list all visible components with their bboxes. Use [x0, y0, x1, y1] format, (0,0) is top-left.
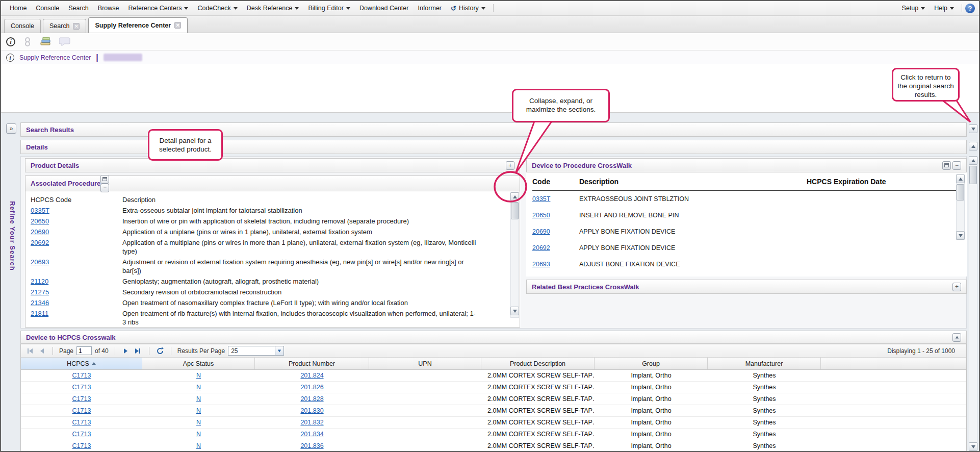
product-number-link[interactable]: 201.830 [300, 407, 323, 414]
hcpcs-link[interactable]: C1713 [72, 431, 91, 438]
hcpcs-link[interactable]: C1713 [72, 419, 91, 426]
apc-status-link[interactable]: N [196, 442, 201, 449]
section-related-best-practices[interactable]: Related Best Practices CrossWalk + [526, 280, 967, 294]
menu-history[interactable]: ↺History [446, 5, 490, 12]
procedure-code-link[interactable]: 20650 [532, 212, 550, 219]
return-to-search-results-button[interactable] [969, 124, 977, 133]
table-row[interactable]: C1713 N 201.828 2.0MM CORTEX SCREW SELF-… [21, 393, 966, 405]
refine-your-search-label[interactable]: Refine Your Search [4, 177, 16, 294]
page-number-input[interactable] [76, 346, 92, 355]
hcpcs-code-link[interactable]: 21811 [31, 310, 48, 317]
column-header-manufacturer[interactable]: Manufacturer [708, 358, 821, 369]
column-header-hcpcs[interactable]: HCPCS [21, 358, 142, 369]
menu-console[interactable]: Console [31, 5, 64, 12]
procedure-code-link[interactable]: 20692 [532, 244, 550, 252]
close-icon[interactable]: ✕ [73, 23, 80, 30]
table-row[interactable]: C1713 N 201.824 2.0MM CORTEX SCREW SELF-… [21, 370, 966, 382]
scroll-up-button[interactable] [510, 192, 519, 201]
section-associated-procedure[interactable]: Associated Procedure − [25, 176, 520, 191]
hcpcs-code-link[interactable]: 0335T [31, 207, 49, 214]
tab-supply-reference-center[interactable]: Supply Reference Center✕ [88, 17, 188, 33]
hcpcs-code-link[interactable]: 20693 [31, 258, 49, 266]
product-number-link[interactable]: 201.824 [300, 372, 323, 379]
menu-setup[interactable]: Setup [897, 5, 930, 12]
hcpcs-link[interactable]: C1713 [72, 372, 91, 379]
procedure-code-link[interactable]: 0335T [532, 195, 550, 203]
refresh-icon[interactable] [156, 346, 165, 356]
apc-status-link[interactable]: N [196, 419, 201, 426]
menu-download-center[interactable]: Download Center [355, 5, 414, 12]
product-number-link[interactable]: 201.828 [300, 395, 323, 403]
hcpcs-code-link[interactable]: 20650 [31, 217, 49, 225]
page-scrollbar-thumb[interactable] [969, 166, 977, 184]
chevron-down-icon[interactable] [275, 346, 283, 355]
hcpcs-code-link[interactable]: 20690 [31, 228, 49, 236]
hcpcs-link[interactable]: C1713 [72, 407, 91, 414]
collapse-device-to-hcpcs-button[interactable] [952, 333, 961, 342]
column-header-group[interactable]: Group [595, 358, 708, 369]
restore-device-to-procedure-button[interactable] [942, 161, 951, 170]
section-product-details[interactable]: Product Details + [25, 158, 520, 172]
product-number-link[interactable]: 201.834 [300, 431, 323, 438]
hcpcs-code-link[interactable]: 21120 [31, 278, 48, 285]
expand-refine-panel-button[interactable]: » [6, 123, 16, 134]
hcpcs-code-link[interactable]: 21346 [31, 299, 49, 307]
menu-informer[interactable]: Informer [413, 5, 446, 12]
column-header-product-description[interactable]: Product Description [481, 358, 595, 369]
breadcrumb-link[interactable]: Supply Reference Center [19, 54, 91, 61]
apc-status-link[interactable]: N [196, 372, 201, 379]
product-number-link[interactable]: 201.832 [300, 419, 323, 426]
menu-help[interactable]: Help [930, 5, 959, 12]
section-device-to-procedure[interactable]: Device to Procedure CrossWalk − [526, 158, 967, 172]
books-icon[interactable] [40, 37, 52, 47]
menu-billing-editor[interactable]: Billing Editor [303, 5, 354, 12]
info-icon[interactable]: i [6, 37, 15, 46]
product-number-link[interactable]: 201.826 [300, 384, 323, 391]
menu-codecheck[interactable]: CodeCheck [193, 5, 242, 12]
next-page-button[interactable] [121, 346, 131, 356]
expand-product-details-button[interactable]: + [506, 161, 514, 170]
apc-status-link[interactable]: N [196, 431, 201, 438]
apc-status-link[interactable]: N [196, 384, 201, 391]
page-scroll-down-button[interactable] [969, 442, 977, 451]
page-scroll-up-button[interactable] [969, 156, 977, 165]
tab-search[interactable]: Search✕ [43, 19, 87, 33]
scroll-down-button[interactable] [956, 231, 965, 240]
restore-associated-procedure-button[interactable] [100, 175, 109, 184]
collapse-associated-procedure-button[interactable]: − [100, 184, 109, 192]
procedure-code-link[interactable]: 20693 [532, 261, 550, 268]
column-header-product-number[interactable]: Product Number [255, 358, 369, 369]
menu-desk-reference[interactable]: Desk Reference [242, 5, 304, 12]
collapse-device-to-procedure-button[interactable]: − [952, 161, 961, 170]
close-icon[interactable]: ✕ [174, 22, 181, 29]
product-number-link[interactable]: 201.836 [300, 442, 323, 449]
expand-related-best-practices-button[interactable]: + [952, 283, 961, 291]
table-row[interactable]: C1713 N 201.826 2.0MM CORTEX SCREW SELF-… [21, 382, 966, 393]
last-page-button[interactable] [134, 346, 143, 356]
scroll-down-button[interactable] [510, 307, 519, 315]
scrollbar-thumb[interactable] [957, 184, 964, 200]
table-row[interactable]: C1713 N 201.836 2.0MM CORTEX SCREW SELF-… [21, 440, 966, 452]
collapse-details-button[interactable] [969, 142, 977, 150]
menu-reference-centers[interactable]: Reference Centers [124, 5, 193, 12]
menu-home[interactable]: Home [5, 5, 31, 12]
help-icon[interactable]: ? [965, 4, 975, 13]
apc-status-link[interactable]: N [196, 395, 201, 403]
column-header-apc-status[interactable]: Apc Status [142, 358, 255, 369]
hcpcs-link[interactable]: C1713 [72, 442, 91, 449]
section-device-to-hcpcs[interactable]: Device to HCPCS Crosswalk [20, 331, 967, 344]
hcpcs-link[interactable]: C1713 [72, 395, 91, 403]
first-page-button[interactable] [25, 346, 34, 356]
table-row[interactable]: C1713 N 201.832 2.0MM CORTEX SCREW SELF-… [21, 417, 966, 429]
table-row[interactable]: C1713 N 201.830 2.0MM CORTEX SCREW SELF-… [21, 405, 966, 417]
procedure-code-link[interactable]: 20690 [532, 228, 550, 235]
menu-browse[interactable]: Browse [93, 5, 124, 12]
apc-status-link[interactable]: N [196, 407, 201, 414]
tab-console[interactable]: Console [4, 19, 41, 33]
hcpcs-link[interactable]: C1713 [72, 384, 91, 391]
column-header-upn[interactable]: UPN [369, 358, 481, 369]
hcpcs-code-link[interactable]: 20692 [31, 239, 49, 246]
hcpcs-code-link[interactable]: 21275 [31, 288, 49, 296]
scrollbar-thumb[interactable] [511, 202, 519, 219]
scroll-up-button[interactable] [956, 174, 965, 183]
